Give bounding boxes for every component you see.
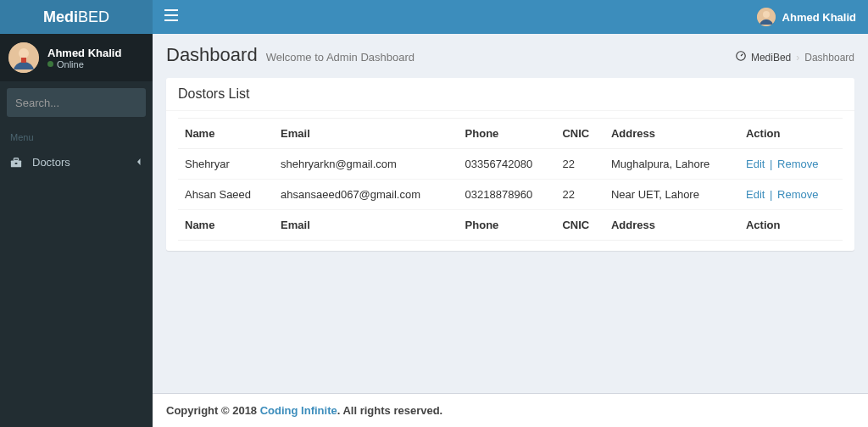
cell-action: Edit | Remove: [739, 180, 843, 210]
doctors-table: Name Email Phone CNIC Address Action She…: [178, 118, 843, 241]
cell-address: Mughalpura, Lahore: [604, 149, 739, 180]
briefcase-icon: [10, 157, 25, 169]
cell-cnic: 22: [555, 149, 604, 180]
edit-link[interactable]: Edit: [746, 158, 765, 170]
breadcrumb-sep: ›: [796, 52, 799, 64]
doctors-box: Dostors List Name Email Phone CNIC Addre…: [166, 78, 854, 251]
cell-phone: 03356742080: [459, 149, 556, 180]
remove-link[interactable]: Remove: [777, 158, 818, 170]
table-footer-row: Name Email Phone CNIC Address Action: [178, 210, 843, 241]
sidebar-avatar[interactable]: [8, 42, 39, 73]
col-name: Name: [178, 119, 274, 149]
breadcrumb-root[interactable]: MediBed: [751, 52, 791, 64]
cell-address: Near UET, Lahore: [604, 180, 739, 210]
foot-phone: Phone: [459, 210, 556, 241]
col-action: Action: [739, 119, 843, 149]
cell-phone: 03218878960: [459, 180, 556, 210]
search-input[interactable]: [7, 97, 166, 109]
page-title: Dashboard: [166, 44, 258, 66]
footer-prefix: Copyright © 2018: [166, 404, 260, 417]
sidebar-user-name: Ahmed Khalid: [47, 47, 121, 59]
sidebar-item-doctors[interactable]: Doctors: [0, 147, 153, 177]
cell-cnic: 22: [555, 180, 604, 210]
brand-bold: Medi: [43, 8, 78, 26]
topbar: Ahmed Khalid: [153, 0, 868, 34]
sidebar-user-panel: Ahmed Khalid Online: [0, 34, 153, 81]
col-email: Email: [274, 119, 459, 149]
cell-name: Ahsan Saeed: [178, 180, 274, 210]
cell-email: ahsansaeed067@gmail.com: [274, 180, 459, 210]
footer-suffix: . All rights reserved.: [337, 404, 443, 417]
bars-icon: [164, 9, 178, 21]
col-phone: Phone: [459, 119, 556, 149]
svg-rect-8: [164, 9, 178, 11]
content: Dostors List Name Email Phone CNIC Addre…: [153, 66, 868, 393]
action-separator: |: [768, 188, 774, 201]
remove-link[interactable]: Remove: [777, 188, 818, 201]
cell-email: shehryarkn@gmail.com: [274, 149, 459, 180]
menu-toggle-button[interactable]: [164, 9, 178, 25]
table-header-row: Name Email Phone CNIC Address Action: [178, 119, 843, 149]
svg-rect-9: [164, 14, 178, 16]
breadcrumb: MediBed › Dashboard: [736, 51, 854, 64]
page-subtitle: Welcome to Admin Dashboard: [266, 51, 415, 64]
edit-link[interactable]: Edit: [746, 188, 765, 201]
svg-point-12: [763, 11, 770, 18]
svg-rect-2: [21, 58, 26, 63]
foot-name: Name: [178, 210, 274, 241]
table-row: Shehryar shehryarkn@gmail.com 0335674208…: [178, 149, 843, 180]
topbar-avatar: [757, 8, 776, 26]
footer-link[interactable]: Coding Infinite: [260, 404, 337, 417]
sidebar: MediBED Ahmed Khalid Online Menu: [0, 0, 153, 427]
foot-email: Email: [274, 210, 459, 241]
cell-action: Edit | Remove: [739, 149, 843, 180]
sidebar-search: [0, 81, 153, 124]
svg-rect-6: [14, 158, 18, 160]
footer: Copyright © 2018 Coding Infinite. All ri…: [153, 393, 868, 427]
col-cnic: CNIC: [555, 119, 604, 149]
menu-header: Menu: [0, 124, 153, 147]
sidebar-user-status: Online: [47, 59, 121, 69]
table-row: Ahsan Saeed ahsansaeed067@gmail.com 0321…: [178, 180, 843, 210]
svg-rect-10: [164, 19, 178, 21]
breadcrumb-current: Dashboard: [804, 52, 854, 64]
topbar-user-name: Ahmed Khalid: [782, 11, 856, 24]
foot-action: Action: [739, 210, 843, 241]
col-address: Address: [604, 119, 739, 149]
foot-cnic: CNIC: [555, 210, 604, 241]
brand-logo[interactable]: MediBED: [0, 0, 153, 34]
svg-rect-7: [15, 163, 18, 164]
foot-address: Address: [604, 210, 739, 241]
topbar-user-menu[interactable]: Ahmed Khalid: [757, 8, 856, 26]
svg-line-14: [741, 54, 743, 56]
sidebar-item-label: Doctors: [32, 156, 70, 169]
content-header: Dashboard Welcome to Admin Dashboard Med…: [153, 34, 868, 66]
svg-point-1: [19, 48, 29, 58]
online-dot-icon: [47, 61, 53, 67]
action-separator: |: [768, 158, 774, 170]
cell-name: Shehryar: [178, 149, 274, 180]
dashboard-icon: [736, 51, 746, 64]
brand-light: BED: [78, 8, 109, 26]
chevron-left-icon: [136, 158, 142, 167]
box-title: Dostors List: [178, 86, 843, 102]
